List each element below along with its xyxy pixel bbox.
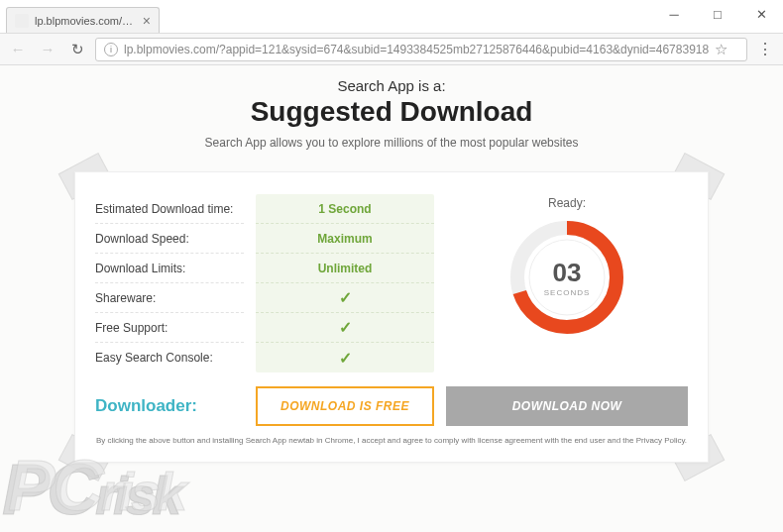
url-text: lp.blpmovies.com/?appid=121&sysid=674&su… (124, 43, 709, 56)
info-card: Estimated Download time: Download Speed:… (74, 171, 709, 463)
countdown-number: 03 (544, 258, 591, 288)
label-shareware: Shareware: (95, 283, 244, 313)
label-support: Free Support: (95, 313, 244, 343)
check-icon: ✓ (339, 288, 352, 307)
new-tab-button[interactable] (164, 13, 185, 33)
countdown-gauge: 03 SECONDS (507, 218, 626, 337)
reload-button[interactable]: ↻ (65, 38, 89, 61)
value-speed: Maximum (256, 224, 434, 254)
close-tab-icon[interactable]: × (143, 13, 151, 29)
browser-tab[interactable]: lp.blpmovies.com/?appi... × (6, 7, 160, 33)
url-input[interactable]: i lp.blpmovies.com/?appid=121&sysid=674&… (95, 38, 747, 61)
forward-button[interactable]: → (36, 38, 59, 61)
bookmark-icon[interactable]: ☆ (715, 41, 727, 58)
maximize-button[interactable]: □ (696, 0, 739, 28)
label-limits: Download Limits: (95, 254, 244, 283)
check-icon: ✓ (339, 349, 352, 368)
label-console: Easy Search Console: (95, 343, 244, 372)
site-info-icon[interactable]: i (104, 43, 118, 56)
favicon-icon (15, 14, 29, 28)
browser-menu-button[interactable]: ⋮ (753, 40, 777, 58)
close-window-button[interactable]: ✕ (739, 0, 783, 28)
back-button[interactable]: ← (6, 38, 30, 61)
tab-title: lp.blpmovies.com/?appi... (35, 15, 139, 27)
downloader-label: Downloader: (95, 396, 244, 416)
address-bar: ← → ↻ i lp.blpmovies.com/?appid=121&sysi… (0, 34, 783, 65)
download-free-button[interactable]: DOWNLOAD IS FREE (256, 386, 434, 426)
value-estimated: 1 Second (256, 194, 434, 224)
countdown-unit: SECONDS (544, 288, 591, 297)
download-now-button[interactable]: DOWNLOAD NOW (446, 386, 688, 426)
hero-pretitle: Search App is a: (0, 77, 783, 94)
disclaimer-text: By clicking the above button and install… (95, 436, 688, 446)
value-limits: Unlimited (256, 254, 434, 283)
page-content: Search App is a: Suggested Download Sear… (0, 65, 783, 532)
label-estimated: Estimated Download time: (95, 194, 244, 224)
label-speed: Download Speed: (95, 224, 244, 254)
ready-label: Ready: (548, 196, 586, 210)
hero-title: Suggested Download (0, 96, 783, 128)
check-icon: ✓ (339, 318, 352, 337)
minimize-button[interactable]: ─ (652, 0, 696, 28)
hero-subtitle: Search App allows you to explore million… (0, 136, 783, 150)
